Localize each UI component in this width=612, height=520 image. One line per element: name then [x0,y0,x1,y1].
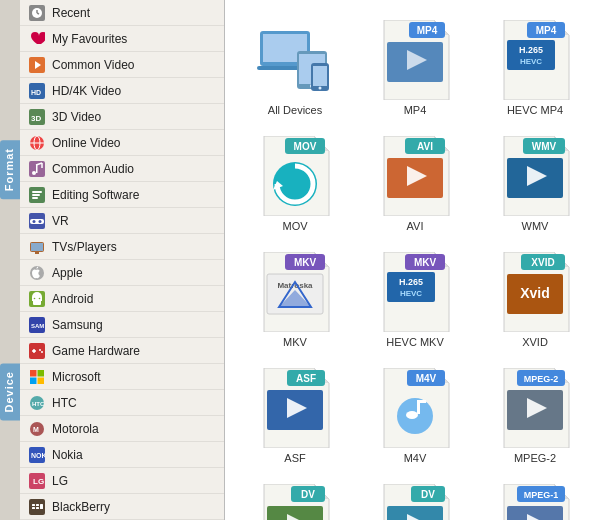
sidebar-item-android[interactable]: Android [20,286,224,312]
svg-text:HD: HD [31,89,41,96]
m4v-icon-container: M4V [375,368,455,448]
sidebar-item-audio[interactable]: Common Audio [20,156,224,182]
3d-icon: 3D [28,108,46,126]
format-item-mp4[interactable]: MP4 MP4 [360,15,470,121]
format-item-mov[interactable]: MOV MOV [240,131,350,237]
mp4-icon-container: MP4 [375,20,455,100]
sidebar-item-online-label: Online Video [52,136,121,150]
sidebar-item-microsoft[interactable]: Microsoft [20,364,224,390]
blackberry-icon [28,498,46,516]
svg-text:MP4: MP4 [417,25,438,36]
sidebar-item-motorola[interactable]: M Motorola [20,416,224,442]
svg-rect-15 [36,165,38,173]
svg-rect-27 [31,243,43,251]
format-item-mpeg2-label: MPEG-2 [514,452,556,464]
format-item-hevc-mp4[interactable]: MP4 H.265 HEVC HEVC MP4 [480,15,590,121]
format-item-wmv[interactable]: WMV WMV [480,131,590,237]
format-item-wmv-label: WMV [522,220,549,232]
game-icon [28,342,46,360]
sidebar-item-motorola-label: Motorola [52,422,99,436]
main-content[interactable]: All Devices MP4 [225,0,612,520]
heart-icon [28,30,46,48]
format-item-hevc-mkv[interactable]: MKV H.265 HEVC HEVC MKV [360,247,470,353]
svg-text:ASF: ASF [296,373,316,384]
svg-text:HTC: HTC [32,401,45,407]
sidebar-item-3d[interactable]: 3D 3D Video [20,104,224,130]
format-item-dv-pal[interactable]: DV DV-PAL [360,479,470,520]
format-item-mkv[interactable]: MKV Matroska MKV [240,247,350,353]
xvid-icon: XVID Xvid [499,252,571,332]
svg-rect-19 [32,191,42,193]
apple-icon [28,264,46,282]
dv-pal-icon-container: DV [375,484,455,520]
hevc-mp4-icon: MP4 H.265 HEVC [499,20,571,100]
sidebar-item-tvs[interactable]: TVs/Players [20,234,224,260]
svg-rect-43 [30,377,37,384]
nokia-icon: NOK [28,446,46,464]
format-item-m4v-label: M4V [404,452,427,464]
svg-rect-56 [32,507,35,509]
format-item-mpeg2[interactable]: MPEG-2 MPEG-2 [480,363,590,469]
samsung-icon: SAM [28,316,46,334]
app-container: Format Device Recent My Favourites [0,0,612,520]
sidebar-item-apple-label: Apple [52,266,83,280]
xvid-icon-container: XVID Xvid [495,252,575,332]
mkv-icon: MKV Matroska [259,252,331,332]
svg-rect-38 [33,349,35,353]
video-icon [28,56,46,74]
sidebar-item-nokia[interactable]: NOK Nokia [20,442,224,468]
svg-text:H.265: H.265 [519,45,543,55]
sidebar-item-recent-label: Recent [52,6,90,20]
sidebar-item-lg[interactable]: LG LG [20,468,224,494]
sidebar-item-favourites[interactable]: My Favourites [20,26,224,52]
lg-icon: LG [28,472,46,490]
music-icon [28,160,46,178]
mpeg1-icon: MPEG-1 [499,484,571,520]
svg-text:MKV: MKV [294,257,317,268]
svg-rect-41 [30,370,37,377]
format-tab[interactable]: Format [0,140,20,199]
sidebar-item-htc[interactable]: HTC HTC [20,390,224,416]
sidebar: Recent My Favourites Common Video [20,0,225,520]
svg-rect-23 [30,219,44,224]
format-item-xvid[interactable]: XVID Xvid XVID [480,247,590,353]
sidebar-item-apple[interactable]: Apple [20,260,224,286]
sidebar-item-editing[interactable]: Editing Software [20,182,224,208]
format-item-all-devices-label: All Devices [268,104,322,116]
mpeg2-icon: MPEG-2 [499,368,571,448]
svg-point-40 [41,351,43,353]
sidebar-item-blackberry[interactable]: BlackBerry [20,494,224,520]
svg-point-39 [39,349,41,351]
svg-rect-128 [507,506,563,520]
svg-text:Xvid: Xvid [520,285,550,301]
sidebar-item-game-hardware[interactable]: Game Hardware [20,338,224,364]
svg-rect-124 [387,506,443,520]
format-item-avi[interactable]: AVI AVI [360,131,470,237]
svg-rect-113 [417,400,426,403]
format-item-dv-ntsc[interactable]: DV DV-NTSC [240,479,350,520]
motorola-icon: M [28,420,46,438]
sidebar-item-vr[interactable]: VR [20,208,224,234]
svg-rect-44 [38,377,45,384]
sidebar-item-recent[interactable]: Recent [20,0,224,26]
svg-text:MPEG-1: MPEG-1 [524,490,559,500]
avi-icon: AVI [379,136,451,216]
format-item-mpeg1[interactable]: MPEG-1 MPEG-1 [480,479,590,520]
format-item-hevc-mkv-label: HEVC MKV [386,336,443,348]
format-item-m4v[interactable]: M4V M4V [360,363,470,469]
format-item-asf[interactable]: ASF ASF [240,363,350,469]
svg-text:MOV: MOV [294,141,317,152]
mov-icon-container: MOV [255,136,335,216]
format-item-all-devices[interactable]: All Devices [240,15,350,121]
sidebar-item-common-video[interactable]: Common Video [20,52,224,78]
clock-icon [28,4,46,22]
sidebar-item-online[interactable]: Online Video [20,130,224,156]
sidebar-item-hd[interactable]: HD HD/4K Video [20,78,224,104]
tv-icon [28,238,46,256]
format-item-asf-label: ASF [284,452,305,464]
svg-rect-36 [29,343,45,359]
sidebar-item-samsung[interactable]: SAM Samsung [20,312,224,338]
sidebar-item-lg-label: LG [52,474,68,488]
sidebar-scroll[interactable]: Recent My Favourites Common Video [20,0,224,520]
device-tab[interactable]: Device [0,363,20,420]
